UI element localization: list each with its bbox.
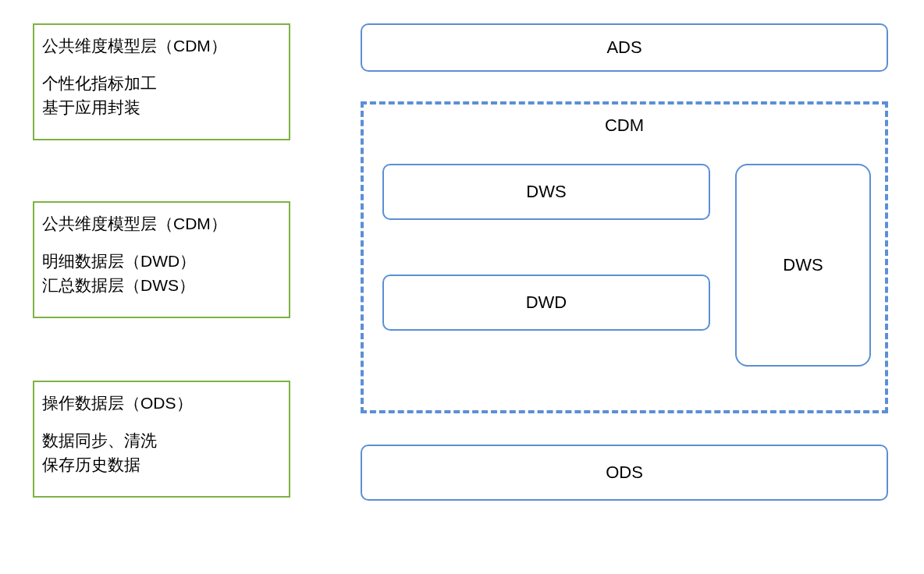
layer-label: DWS xyxy=(783,255,823,275)
box-title: 公共维度模型层（CDM） xyxy=(42,34,281,58)
layer-box-ods: ODS xyxy=(361,445,888,501)
box-title: 操作数据层（ODS） xyxy=(42,392,281,415)
cdm-container-title: CDM xyxy=(364,115,885,136)
layer-box-dws-horizontal: DWS xyxy=(382,164,710,220)
box-line: 个性化指标加工 xyxy=(42,72,281,95)
box-line: 汇总数据层（DWS） xyxy=(42,274,281,297)
layer-label: ADS xyxy=(606,37,641,58)
layer-box-dws-vertical: DWS xyxy=(735,164,871,367)
layer-label: ODS xyxy=(606,462,643,483)
box-title: 公共维度模型层（CDM） xyxy=(42,212,281,236)
box-line: 基于应用封装 xyxy=(42,96,281,119)
layer-box-ads: ADS xyxy=(361,23,888,72)
box-line: 保存历史数据 xyxy=(42,453,281,477)
box-line: 数据同步、清洗 xyxy=(42,429,281,452)
layer-label: DWD xyxy=(526,292,567,313)
description-box-ods: 操作数据层（ODS） 数据同步、清洗 保存历史数据 xyxy=(33,381,290,498)
layer-label: DWS xyxy=(526,182,566,202)
description-box-cdm-top: 公共维度模型层（CDM） 个性化指标加工 基于应用封装 xyxy=(33,23,290,140)
box-line: 明细数据层（DWD） xyxy=(42,250,281,273)
description-box-cdm-mid: 公共维度模型层（CDM） 明细数据层（DWD） 汇总数据层（DWS） xyxy=(33,201,290,318)
layer-box-dwd: DWD xyxy=(382,275,710,331)
